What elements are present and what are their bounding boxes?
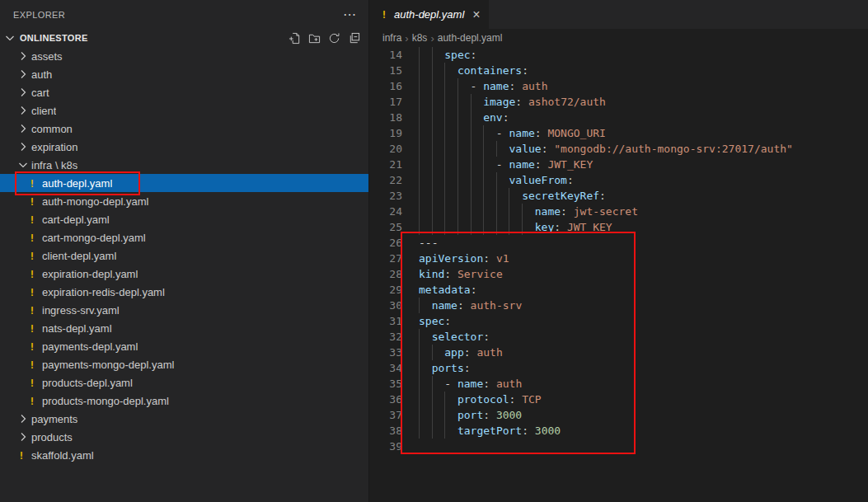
- section-actions: [288, 31, 368, 45]
- code-line[interactable]: 24name: jwt-secret: [378, 204, 868, 219]
- code-token: name: [483, 80, 509, 92]
- tree-file-expiration-depl-yaml[interactable]: !expiration-depl.yaml: [0, 265, 368, 283]
- explorer-sidebar: EXPLORER ⋯ ONLINESTORE: [0, 0, 368, 502]
- new-file-icon[interactable]: [288, 31, 301, 45]
- tree-folder-client[interactable]: client: [0, 101, 368, 120]
- code-line[interactable]: 23secretKeyRef:: [378, 188, 868, 204]
- project-section-header[interactable]: ONLINESTORE: [0, 29, 368, 47]
- code-line[interactable]: 17image: ashot72/auth: [378, 94, 868, 110]
- breadcrumb-item[interactable]: infra: [382, 32, 401, 44]
- indent-guide: [471, 172, 484, 188]
- collapse-all-icon[interactable]: [347, 31, 360, 45]
- tree-file-ingress-srv-yaml[interactable]: !ingress-srv.yaml: [0, 301, 368, 319]
- code-line[interactable]: 36protocol: TCP: [378, 392, 868, 407]
- code-token: secretKeyRef: [522, 190, 599, 202]
- code-token: MONGO_URI: [547, 127, 605, 139]
- new-folder-icon[interactable]: [307, 31, 321, 45]
- tree-item-label: products-depl.yaml: [42, 377, 133, 389]
- code-token: 3000: [535, 425, 561, 437]
- tree-folder-assets[interactable]: assets: [0, 47, 368, 65]
- tree-file-cart-depl-yaml[interactable]: !cart-depl.yaml: [0, 210, 368, 228]
- tree-item-label: client: [31, 105, 56, 117]
- tree-file-payments-mongo-depl-yaml[interactable]: !payments-mongo-depl.yaml: [0, 355, 368, 373]
- tree-folder-common[interactable]: common: [0, 120, 368, 138]
- code-text: spec:: [419, 49, 476, 61]
- code-line[interactable]: 34ports:: [378, 360, 868, 376]
- code-token: :: [509, 80, 523, 92]
- code-line[interactable]: 25key: JWT_KEY: [378, 219, 868, 235]
- tree-folder-payments[interactable]: payments: [0, 410, 368, 428]
- tab-auth-depl-yaml[interactable]: ! auth-depl.yaml ×: [369, 0, 490, 29]
- code-line[interactable]: 38targetPort: 3000: [378, 423, 868, 439]
- tree-file-auth-depl-yaml[interactable]: !auth-depl.yaml: [0, 174, 368, 192]
- indent-guide: [496, 204, 509, 219]
- indent-guide: [483, 172, 496, 188]
- yaml-warning-icon: !: [27, 286, 37, 298]
- more-actions-icon[interactable]: ⋯: [343, 7, 357, 22]
- code-line[interactable]: 31spec:: [378, 313, 868, 329]
- tree-file-products-depl-yaml[interactable]: !products-depl.yaml: [0, 373, 368, 392]
- code-line[interactable]: 27apiVersion: v1: [378, 251, 868, 266]
- line-number: 29: [378, 282, 402, 298]
- tree-folder-infra-k8s[interactable]: infra \ k8s: [0, 156, 368, 174]
- tree-folder-products[interactable]: products: [0, 428, 368, 446]
- code-token: ports: [432, 362, 464, 374]
- indent-guide: [419, 360, 432, 376]
- tree-folder-cart[interactable]: cart: [0, 83, 368, 101]
- breadcrumb-item[interactable]: k8s: [412, 32, 428, 44]
- tree-item-label: cart-depl.yaml: [42, 213, 110, 226]
- code-line[interactable]: 19- name: MONGO_URI: [378, 125, 868, 141]
- tree-folder-auth[interactable]: auth: [0, 65, 368, 83]
- code-token: :: [464, 346, 477, 359]
- tree-file-auth-mongo-depl-yaml[interactable]: !auth-mongo-depl.yaml: [0, 192, 368, 210]
- line-number: 27: [378, 251, 402, 266]
- code-line[interactable]: 21- name: JWT_KEY: [378, 157, 868, 172]
- code-token: :: [542, 143, 555, 155]
- code-line[interactable]: 29metadata:: [378, 282, 868, 298]
- tree-file-products-mongo-depl-yaml[interactable]: !products-mongo-depl.yaml: [0, 392, 368, 410]
- code-line[interactable]: 33app: auth: [378, 345, 868, 360]
- code-line[interactable]: 37port: 3000: [378, 407, 868, 423]
- code-token: :: [515, 96, 528, 108]
- chevron-right-icon: [16, 122, 30, 135]
- tree-folder-expiration[interactable]: expiration: [0, 138, 368, 156]
- code-line[interactable]: 30name: auth-srv: [378, 298, 868, 313]
- indent-guide: [444, 63, 457, 78]
- code-text: containers:: [419, 64, 528, 77]
- tree-file-cart-mongo-depl-yaml[interactable]: !cart-mongo-depl.yaml: [0, 228, 368, 246]
- code-line[interactable]: 15containers:: [378, 63, 868, 78]
- code-line[interactable]: 18env:: [378, 110, 868, 125]
- tree-item-label: expiration: [31, 141, 77, 153]
- code-token: env: [483, 111, 502, 124]
- indent-guide: [483, 188, 496, 204]
- code-line[interactable]: 16- name: auth: [378, 78, 868, 94]
- code-text: - name: auth: [419, 80, 548, 92]
- indent-guide: [483, 157, 496, 172]
- line-number: 16: [378, 78, 402, 94]
- code-line[interactable]: 20value: "mongodb://auth-mongo-srv:27017…: [378, 141, 868, 157]
- indent-guide: [457, 188, 471, 204]
- tree-file-skaffold-yaml[interactable]: !skaffold.yaml: [0, 446, 368, 464]
- code-line[interactable]: 35- name: auth: [378, 376, 868, 392]
- code-text: - name: JWT_KEY: [419, 158, 593, 171]
- indent-guide: [432, 78, 445, 94]
- close-icon[interactable]: ×: [472, 8, 480, 21]
- refresh-icon[interactable]: [327, 31, 340, 45]
- code-text: apiVersion: v1: [419, 252, 509, 265]
- tree-file-expiration-redis-depl-yaml[interactable]: !expiration-redis-depl.yaml: [0, 283, 368, 301]
- code-token: ashot72/auth: [528, 96, 606, 108]
- tree-file-nats-depl-yaml[interactable]: !nats-depl.yaml: [0, 319, 368, 337]
- indent-guide: [471, 219, 484, 235]
- yaml-warning-icon: !: [379, 8, 389, 21]
- code-line[interactable]: 14spec:: [378, 47, 868, 63]
- code-line[interactable]: 22valueFrom:: [378, 172, 868, 188]
- breadcrumb-item[interactable]: auth-depl.yaml: [438, 32, 503, 44]
- code-line[interactable]: 26---: [378, 235, 868, 251]
- tree-file-client-depl-yaml[interactable]: !client-depl.yaml: [0, 246, 368, 265]
- code-editor[interactable]: 14spec:15containers:16- name: auth17imag…: [369, 47, 868, 454]
- indent-guide: [432, 172, 445, 188]
- code-line[interactable]: 28kind: Service: [378, 266, 868, 282]
- code-line[interactable]: 32selector:: [378, 329, 868, 345]
- code-line[interactable]: 39: [378, 439, 868, 454]
- tree-file-payments-depl-yaml[interactable]: !payments-depl.yaml: [0, 337, 368, 355]
